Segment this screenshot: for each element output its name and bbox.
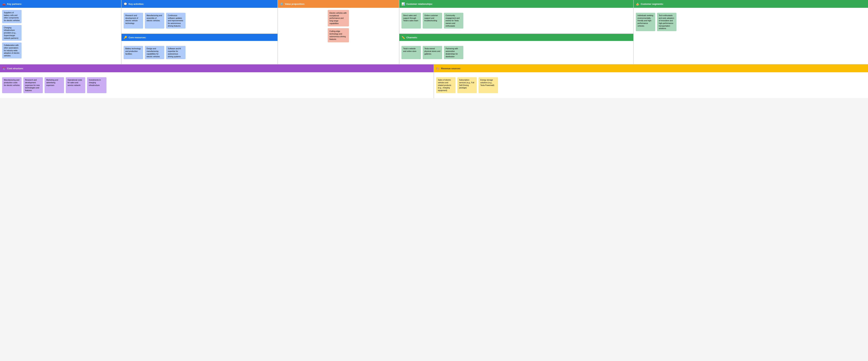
customer-seg-icon: 🥧 [636,2,639,6]
core-resources-title: Core resources: [129,36,146,39]
list-item: Manufacturing and production costs for e… [2,77,22,93]
list-item: Continuous software updates and improvem… [166,13,186,29]
customer-relationships-panel: 📊 Customer relationships: Direct sales a… [399,0,634,64]
channels-header: ✏️ Channels: [399,34,633,41]
customer-segments-panel: 🥧 Customer segments: Individuals seeking… [634,0,868,64]
channels-title: Channels: [406,36,417,39]
list-item: Sales of electric vehicles and related p… [436,77,456,93]
revenue-icon: 🎨 [436,67,440,70]
value-proposition-panel: ⚙️ Value proposition: Electric vehicles … [278,0,399,64]
customer-rel-icon: 📊 [401,2,405,6]
customer-relationships-body: Direct sales and support through Tesla's… [399,8,633,33]
list-item: Marketing and advertising expenses [44,77,64,93]
core-resources-header: 🔑 Core resources: [122,34,277,41]
key-activities-panel: 💬 Key activities: Research and developme… [122,0,278,64]
core-resources-icon: 🔑 [124,36,127,39]
customer-segments-header: 🥧 Customer segments: [634,0,868,8]
list-item: Energy storage solutions (e.g., Tesla Po… [478,77,498,93]
list-item: Software and AI expertise for autonomous… [166,46,186,59]
revenue-sources-body: Sales of electric vehicles and related p… [434,72,868,98]
list-item: Community engagement and events for Tesl… [444,13,463,29]
list-item: Battery technology and production facili… [124,46,143,59]
list-item: Cutting-edge technology and autonomous d… [328,28,349,42]
list-item: Collaboration with other automakers for … [2,43,22,58]
revenue-sources-cards: Sales of electric vehicles and related p… [436,75,866,95]
cost-icon: ✂️ [2,67,6,70]
list-item: Design and manufacturing capabilities fo… [145,46,164,59]
revenue-sources-panel: 🎨 Revenue sources: Sales of electric veh… [434,64,868,98]
list-item: Research and development expenses for ne… [23,77,43,93]
cost-structure-body: Manufacturing and production costs for e… [0,72,434,98]
list-item: Subscription services (e.g., Full Self-D… [457,77,477,93]
customer-rel-cards: Direct sales and support through Tesla's… [401,11,631,31]
list-item: Manufacturing and assembly of electric v… [145,13,164,29]
key-partners-body: Suppliers of battery cells and other com… [0,8,121,61]
list-item: Tesla-owned physical stores and gallerie… [423,46,442,59]
key-activities-body: Research and development of electric veh… [122,8,277,33]
core-resources-body: Battery technology and production facili… [122,41,277,64]
top-section: 🚗 Key partners: Suppliers of battery cel… [0,0,868,64]
customer-segments-body: Individuals seeking environmentally-frie… [634,8,868,64]
key-activities-cards: Research and development of electric veh… [124,11,275,31]
customer-relationships-title: Customer relationships: [406,3,433,5]
revenue-sources-header: 🎨 Revenue sources: [434,64,868,72]
value-proposition-header: ⚙️ Value proposition: [278,0,399,8]
channels-body: Tesla's website and online store Tesla-o… [399,41,633,64]
key-activities-title: Key activities: [129,3,144,5]
cost-structure-panel: ✂️ Cost structure: Manufacturing and pro… [0,64,434,98]
customer-segments-title: Customer segments: [641,3,663,5]
channels-cards: Tesla's website and online store Tesla-o… [401,44,631,61]
list-item: Individuals seeking environmentally-frie… [636,13,655,31]
list-item: Tesla's website and online store [401,46,421,59]
key-activities-icon: 💬 [124,2,127,6]
value-proposition-title: Value proposition: [285,3,305,5]
core-resources-cards: Battery technology and production facili… [124,44,275,61]
key-partners-icon: 🚗 [2,2,6,6]
list-item: Research and development of electric veh… [124,13,143,29]
cost-structure-header: ✂️ Cost structure: [0,64,434,72]
list-item: Tech enthusiasts and early adopters of i… [657,13,677,31]
list-item: Online customer support and troubleshoot… [423,13,442,29]
key-partners-title: Key partners: [7,3,22,5]
list-item: Direct sales and support through Tesla's… [401,13,421,29]
list-item: Operational costs for sales and service … [66,77,85,93]
core-resources-subsection: 🔑 Core resources: Battery technology and… [122,33,277,64]
business-model-canvas: 🚗 Key partners: Suppliers of battery cel… [0,0,868,98]
bottom-section: ✂️ Cost structure: Manufacturing and pro… [0,64,868,98]
list-item: Charging infrastructure providers (e.g.,… [2,25,22,41]
channels-icon: ✏️ [401,36,405,39]
key-activities-header: 💬 Key activities: [122,0,277,8]
customer-seg-cards: Individuals seeking environmentally-frie… [636,11,866,33]
key-partners-panel: 🚗 Key partners: Suppliers of battery cel… [0,0,122,64]
list-item: Partnering with automotive dealerships f… [444,46,463,59]
value-proposition-body: Electric vehicles with exceptional perfo… [278,8,399,45]
list-item: Investments in charging infrastructure [87,77,106,93]
cost-structure-cards: Manufacturing and production costs for e… [2,75,432,95]
list-item: Electric vehicles with exceptional perfo… [328,10,349,26]
revenue-sources-title: Revenue sources: [441,67,461,70]
key-partners-header: 🚗 Key partners: [0,0,121,8]
channels-subsection: ✏️ Channels: Tesla's website and online … [399,33,633,64]
cost-structure-title: Cost structure: [7,67,24,70]
list-item: Suppliers of battery cells and other com… [2,10,22,23]
customer-relationships-header: 📊 Customer relationships: [399,0,633,8]
value-prop-icon: ⚙️ [280,2,283,6]
